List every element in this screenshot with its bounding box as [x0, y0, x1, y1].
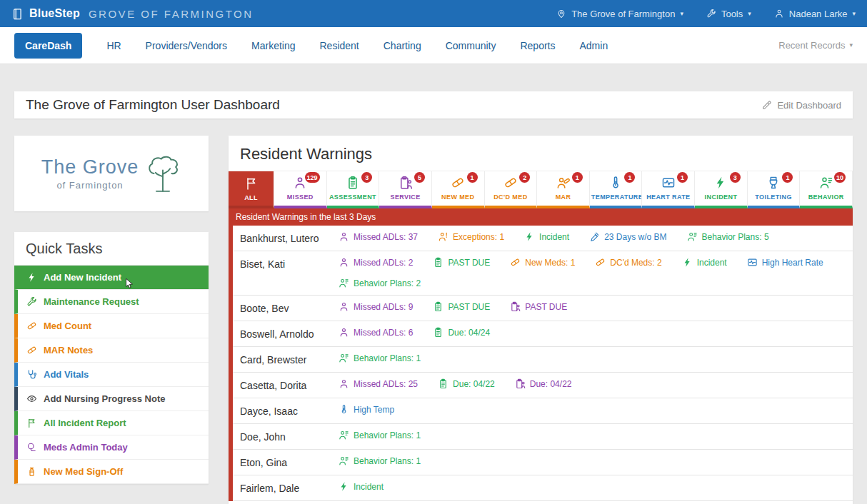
- quick-task-all-incident-report[interactable]: All Incident Report: [14, 411, 209, 435]
- resident-name[interactable]: Boote, Bev: [233, 301, 339, 314]
- warning-chip-behavior[interactable]: Behavior Plans: 5: [687, 231, 769, 242]
- clipboard-run-icon: [399, 176, 413, 190]
- quick-task-maintenance-request[interactable]: Maintenance Request: [14, 290, 209, 314]
- tab-label: ASSESSMENT: [328, 193, 378, 201]
- warning-chip-incident[interactable]: Incident: [524, 231, 569, 242]
- quick-task-new-med-sign-off[interactable]: New Med Sign-Off: [14, 460, 209, 484]
- resident-name[interactable]: Biset, Kati: [233, 257, 339, 270]
- quick-task-add-vitals[interactable]: Add Vitals: [14, 363, 209, 387]
- resident-warning-row: Dayce, IsaacHigh Temp: [233, 398, 853, 424]
- warning-chip-assessment[interactable]: PAST DUE: [433, 257, 490, 268]
- warning-chip-heart-rate[interactable]: High Heart Rate: [747, 257, 823, 268]
- warning-tab-assessment[interactable]: 3ASSESSMENT: [327, 171, 380, 208]
- warning-chip-label: High Heart Rate: [762, 258, 823, 268]
- nav-item-admin[interactable]: Admin: [580, 40, 608, 51]
- resident-name[interactable]: Casetta, Dorita: [233, 378, 339, 391]
- warning-chip-service[interactable]: PAST DUE: [510, 301, 567, 312]
- nav-item-providers-vendors[interactable]: Providers/Vendors: [146, 40, 227, 51]
- warning-chip-new-med[interactable]: New Meds: 1: [510, 257, 575, 268]
- quick-task-mar-notes[interactable]: MAR Notes: [14, 338, 209, 363]
- warning-chip-behavior[interactable]: Behavior Plans: 1: [339, 353, 421, 363]
- quick-task-meds-admin-today[interactable]: Meds Admin Today: [14, 435, 209, 460]
- warning-chip-label: New Meds: 1: [525, 258, 575, 268]
- pill-icon: [451, 176, 465, 190]
- nav-item-marketing[interactable]: Marketing: [251, 40, 295, 51]
- warning-chip-temp[interactable]: High Temp: [339, 404, 394, 415]
- lightning-icon: [26, 272, 37, 283]
- warning-chip-incident[interactable]: Incident: [682, 257, 727, 268]
- tab-count-badge: 3: [730, 172, 741, 183]
- quick-task-add-new-incident[interactable]: Add New Incident: [14, 266, 209, 290]
- warning-chip-missed[interactable]: Missed ADLs: 9: [339, 301, 413, 312]
- resident-warning-row: Fairlem, DaleIncident: [233, 475, 853, 501]
- edit-dashboard-button[interactable]: Edit Dashboard: [762, 100, 841, 111]
- warning-tab-incident[interactable]: 3INCIDENT: [695, 171, 748, 208]
- warning-chip-incident[interactable]: Incident: [339, 481, 384, 492]
- warning-chip-exceptions[interactable]: Exceptions: 1: [438, 231, 504, 242]
- tab-count-badge: 129: [305, 172, 320, 183]
- resident-warnings-title: Resident Warnings: [229, 136, 853, 171]
- recent-records-label: Recent Records: [778, 40, 845, 51]
- warning-tab-behavior[interactable]: 10BEHAVIOR: [800, 171, 853, 208]
- tools-menu[interactable]: Tools ▾: [706, 9, 751, 19]
- warning-chip-assessment[interactable]: Due: 04/22: [438, 378, 495, 389]
- lightning-icon: [524, 231, 535, 242]
- warning-chip-missed[interactable]: Missed ADLs: 25: [339, 378, 418, 389]
- resident-name[interactable]: Card, Brewster: [233, 353, 339, 366]
- quick-task-label: Maintenance Request: [44, 296, 139, 307]
- warning-tab-toileting[interactable]: 1TOILETING: [748, 171, 801, 208]
- resident-name[interactable]: Eton, Gina: [233, 455, 339, 468]
- warning-chip-behavior[interactable]: Behavior Plans: 2: [339, 278, 421, 288]
- quick-task-med-count[interactable]: Med Count: [14, 314, 209, 338]
- nav-item-resident[interactable]: Resident: [319, 40, 359, 51]
- warning-tab-missed[interactable]: 129MISSED: [274, 171, 327, 208]
- resident-name[interactable]: Boswell, Arnoldo: [233, 327, 339, 340]
- resident-name[interactable]: Dayce, Isaac: [233, 404, 339, 417]
- warning-chip-bm[interactable]: 23 Days w/o BM: [589, 231, 666, 242]
- warning-tab-new-med[interactable]: 1NEW MED: [432, 171, 485, 208]
- warning-tab-all[interactable]: ALL: [229, 171, 274, 208]
- resident-warning-row: Bankhurst, LuteroMissed ADLs: 37Exceptio…: [233, 226, 853, 251]
- warning-chip-behavior[interactable]: Behavior Plans: 1: [339, 430, 421, 440]
- warning-chip-missed[interactable]: Missed ADLs: 37: [339, 231, 418, 242]
- resident-warning-row: Biset, KatiMissed ADLs: 2PAST DUENew Med…: [233, 251, 853, 296]
- warning-chip-assessment[interactable]: PAST DUE: [433, 301, 490, 312]
- exception-icon: [438, 231, 448, 242]
- nav-item-community[interactable]: Community: [446, 40, 496, 51]
- pill-icon: [503, 176, 518, 190]
- nav-item-caredash[interactable]: CareDash: [14, 33, 82, 59]
- warning-chip-missed[interactable]: Missed ADLs: 2: [339, 257, 413, 268]
- brand[interactable]: BlueStep GROVE OF FARMINGTON: [11, 7, 254, 20]
- warning-chip-behavior[interactable]: Behavior Plans: 1: [339, 455, 421, 466]
- nav-item-hr[interactable]: HR: [106, 40, 121, 51]
- quick-task-add-nursing-progress-note[interactable]: Add Nursing Progress Note: [14, 387, 209, 411]
- warning-tab-temperature[interactable]: 1TEMPERATURE: [590, 171, 643, 208]
- clipboard-icon: [433, 327, 443, 338]
- user-menu[interactable]: Nadean Larke ▾: [774, 9, 856, 19]
- resident-name[interactable]: Fairlem, Dale: [233, 481, 339, 494]
- warning-chip-dcd-med[interactable]: DC'd Meds: 2: [595, 257, 661, 268]
- facility-logo-card: The Grove of Farmington: [14, 136, 209, 211]
- recent-records-menu[interactable]: Recent Records ▾: [778, 40, 853, 51]
- tab-label: HEART RATE: [645, 193, 691, 201]
- location-menu-label: The Grove of Farmington: [571, 9, 675, 19]
- tools-wrench-icon: [706, 9, 716, 19]
- warning-chip-label: Behavior Plans: 1: [354, 353, 421, 363]
- warning-chip-label: Exceptions: 1: [453, 232, 504, 242]
- warning-chip-label: Due: 04/24: [448, 328, 490, 338]
- warning-tab-service[interactable]: 5SERVICE: [379, 171, 432, 208]
- warning-tab-heart-rate[interactable]: 1HEART RATE: [642, 171, 695, 208]
- warning-chip-assessment[interactable]: Due: 04/24: [433, 327, 490, 338]
- warning-chip-missed[interactable]: Missed ADLs: 6: [339, 327, 413, 338]
- warning-tab-dc-d-med[interactable]: 2DC'D MED: [485, 171, 538, 208]
- resident-name[interactable]: Doe, John: [233, 430, 339, 443]
- tab-count-badge: 10: [834, 172, 846, 183]
- nav-item-charting[interactable]: Charting: [384, 40, 421, 51]
- resident-name[interactable]: Bankhurst, Lutero: [233, 231, 339, 244]
- warning-chip-label: Incident: [354, 482, 384, 492]
- warning-chip-service[interactable]: Due: 04/22: [515, 378, 572, 389]
- location-menu[interactable]: The Grove of Farmington ▾: [556, 9, 683, 19]
- nav-item-reports[interactable]: Reports: [520, 40, 555, 51]
- warning-tab-mar[interactable]: 1MAR: [537, 171, 590, 208]
- eye-icon: [26, 393, 37, 404]
